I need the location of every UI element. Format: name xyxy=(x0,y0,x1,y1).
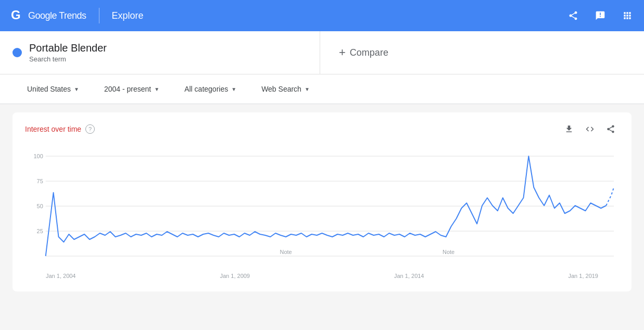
category-filter-arrow: ▼ xyxy=(231,86,236,92)
card-title-area: Interest over time ? xyxy=(25,124,95,134)
apps-icon[interactable] xyxy=(619,7,636,24)
search-type-filter-arrow: ▼ xyxy=(305,86,310,92)
svg-text:25: 25 xyxy=(37,228,43,234)
period-filter[interactable]: 2004 - present ▼ xyxy=(98,81,166,97)
category-filter[interactable]: All categories ▼ xyxy=(178,81,243,97)
category-filter-label: All categories xyxy=(184,85,228,93)
search-type-filter[interactable]: Web Search ▼ xyxy=(255,81,316,97)
embed-icon[interactable] xyxy=(582,121,598,137)
x-label-2004: Jan 1, 2004 xyxy=(46,273,76,279)
compare-plus-icon: + xyxy=(339,46,346,59)
region-filter-label: United States xyxy=(27,85,71,93)
header-icons xyxy=(565,7,636,24)
search-term-section: Portable Blender Search term xyxy=(0,31,320,74)
term-title: Portable Blender xyxy=(29,42,107,54)
compare-section: + Compare xyxy=(320,31,644,74)
svg-text:75: 75 xyxy=(37,178,43,184)
x-label-2019: Jan 1, 2019 xyxy=(569,273,599,279)
period-filter-arrow: ▼ xyxy=(154,86,159,92)
svg-text:G: G xyxy=(11,8,21,22)
region-filter[interactable]: United States ▼ xyxy=(21,81,85,97)
explore-text: Explore xyxy=(112,10,144,21)
feedback-icon[interactable] xyxy=(592,7,609,24)
chart-container: 100 75 50 25 Note Note xyxy=(25,146,619,271)
header-divider xyxy=(99,8,99,23)
region-filter-arrow: ▼ xyxy=(74,86,79,92)
interest-over-time-card: Interest over time ? xyxy=(12,112,632,291)
svg-text:50: 50 xyxy=(37,203,43,209)
card-title: Interest over time xyxy=(25,125,81,133)
share-chart-icon[interactable] xyxy=(602,121,619,137)
compare-label: Compare xyxy=(350,47,388,58)
svg-text:Note: Note xyxy=(280,249,292,255)
app-header: G Google Trends Explore xyxy=(0,0,644,31)
download-icon[interactable] xyxy=(561,121,577,137)
brand-logo: G Google Trends xyxy=(8,8,86,23)
search-type-filter-label: Web Search xyxy=(261,85,301,93)
google-trends-text: Google Trends xyxy=(28,10,86,21)
x-label-2014: Jan 1, 2014 xyxy=(394,273,424,279)
filters-bar: United States ▼ 2004 - present ▼ All cat… xyxy=(0,74,644,104)
card-header: Interest over time ? xyxy=(25,121,619,137)
svg-text:100: 100 xyxy=(34,153,43,159)
term-indicator-dot xyxy=(12,48,22,57)
period-filter-label: 2004 - present xyxy=(104,85,151,93)
x-label-2009: Jan 1, 2009 xyxy=(220,273,250,279)
search-area: Portable Blender Search term + Compare xyxy=(0,31,644,74)
interest-chart: 100 75 50 25 Note Note xyxy=(25,146,619,271)
term-subtitle: Search term xyxy=(29,55,107,63)
term-info: Portable Blender Search term xyxy=(29,42,107,63)
share-icon[interactable] xyxy=(565,7,582,24)
svg-text:Note: Note xyxy=(443,249,454,255)
google-g-logo: G xyxy=(8,8,24,23)
card-actions xyxy=(561,121,619,137)
x-axis-labels: Jan 1, 2004 Jan 1, 2009 Jan 1, 2014 Jan … xyxy=(25,271,619,279)
compare-button[interactable]: + Compare xyxy=(333,42,395,64)
help-icon[interactable]: ? xyxy=(85,124,95,134)
main-content: Interest over time ? xyxy=(0,104,644,308)
